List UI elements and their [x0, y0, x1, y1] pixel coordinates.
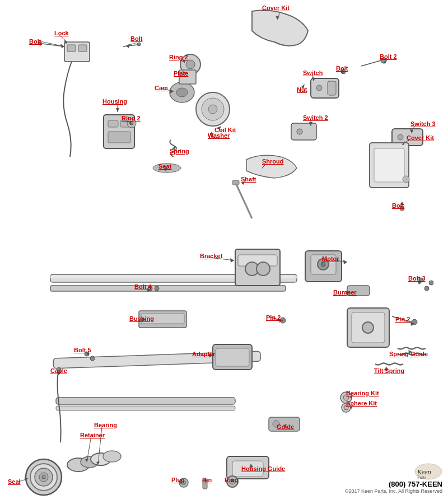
logo-icon: Keen Parts	[414, 463, 442, 480]
label-bolt-right-upper[interactable]: Bolt	[336, 65, 348, 72]
label-ring-2b[interactable]: Ring 2	[122, 115, 141, 122]
svg-point-35	[403, 176, 409, 183]
svg-rect-3	[78, 45, 87, 52]
label-pin[interactable]: Pin	[202, 477, 212, 483]
svg-rect-25	[328, 81, 336, 95]
label-bolt-lower-right[interactable]: Bolt	[392, 202, 404, 209]
svg-rect-66	[56, 398, 235, 404]
svg-rect-67	[56, 406, 235, 410]
svg-point-81	[103, 451, 121, 462]
label-bearing-kit[interactable]: Bearing Kit	[346, 390, 379, 396]
label-bushing[interactable]: Bushing	[129, 315, 154, 322]
label-shroud[interactable]: Shroud	[262, 158, 284, 165]
label-tilt-spring[interactable]: Tilt Spring	[374, 367, 404, 374]
label-bolt-top-center[interactable]: Bolt	[130, 35, 142, 42]
label-bumper[interactable]: Bumper	[333, 289, 357, 296]
label-motor[interactable]: Motor	[322, 255, 339, 262]
diagram-svg	[0, 0, 448, 504]
svg-text:Parts: Parts	[417, 475, 426, 480]
label-spring[interactable]: Spring	[170, 148, 189, 155]
label-ring-bottom[interactable]: Ring	[225, 477, 238, 483]
label-cover-kit-right[interactable]: Cover Kit	[407, 134, 434, 141]
label-retainer[interactable]: Retainer	[80, 432, 105, 438]
logo-phone: (800) 757-KEEN	[345, 480, 442, 488]
label-bolt-top-left[interactable]: Bolt	[29, 38, 41, 45]
label-bolt-5[interactable]: Bolt 5	[74, 347, 91, 353]
svg-rect-71	[216, 348, 249, 366]
svg-point-15	[208, 105, 217, 114]
label-housing-guide[interactable]: Housing Guide	[241, 465, 285, 472]
svg-rect-20	[108, 132, 130, 143]
label-switch-2[interactable]: Switch 2	[303, 114, 328, 121]
label-housing[interactable]: Housing	[102, 98, 127, 105]
label-shaft[interactable]: Shaft	[241, 176, 256, 183]
label-washer[interactable]: Washer	[208, 132, 230, 139]
label-bolt-2-right[interactable]: Bolt 2	[380, 53, 397, 60]
label-cam[interactable]: Cam	[155, 85, 168, 91]
label-cover-kit-top[interactable]: Cover Kit	[262, 4, 290, 11]
label-guide[interactable]: Guide	[277, 423, 294, 430]
label-plug[interactable]: Plug	[171, 477, 185, 483]
label-seat[interactable]: Seat	[158, 163, 171, 170]
logo-keen: Keen Parts	[345, 463, 442, 480]
label-pin-2-right[interactable]: Pin 2	[395, 316, 410, 323]
label-lock[interactable]: Lock	[54, 30, 69, 36]
label-bracket[interactable]: Bracket	[200, 253, 222, 259]
svg-rect-18	[108, 120, 118, 127]
svg-rect-34	[374, 148, 404, 182]
label-seal[interactable]: Seal	[8, 478, 21, 485]
svg-point-61	[429, 281, 433, 285]
svg-point-32	[398, 134, 403, 140]
svg-point-69	[90, 356, 95, 361]
svg-point-60	[424, 286, 429, 291]
svg-point-24	[316, 85, 322, 91]
svg-point-77	[42, 475, 45, 479]
svg-rect-38	[232, 180, 239, 185]
svg-point-51	[155, 286, 159, 291]
svg-rect-2	[67, 45, 76, 52]
svg-rect-29	[291, 123, 316, 140]
svg-point-11	[176, 88, 188, 97]
svg-point-64	[362, 322, 374, 333]
svg-point-49	[321, 262, 325, 267]
label-bearing[interactable]: Bearing	[94, 422, 117, 428]
label-sphere-kit[interactable]: Sphere Kit	[346, 400, 377, 407]
logo-copyright: ©2017 Keen Parts, Inc. All Rights Reserv…	[345, 488, 442, 494]
label-plate[interactable]: Plate	[174, 70, 188, 77]
label-nut[interactable]: Nut	[297, 86, 307, 93]
svg-point-45	[256, 262, 270, 276]
label-bolt-3[interactable]: Bolt 3	[408, 275, 426, 282]
label-bolt-4[interactable]: Bolt 4	[134, 283, 152, 290]
svg-point-30	[297, 129, 302, 134]
svg-point-9	[186, 60, 195, 69]
label-ring-2[interactable]: Ring 2	[169, 54, 188, 60]
svg-point-7	[137, 43, 141, 46]
logo-area: Keen Parts (800) 757-KEEN ©2017 Keen Par…	[345, 463, 442, 494]
label-adapter[interactable]: Adapter	[192, 351, 216, 357]
label-switch-3[interactable]: Switch 3	[410, 120, 436, 127]
svg-rect-41	[50, 286, 286, 291]
label-cable[interactable]: Cable	[50, 367, 67, 374]
label-spring-guide[interactable]: Spring Guide	[389, 351, 428, 357]
label-switch-top[interactable]: Switch	[303, 69, 323, 76]
label-pin-2-left[interactable]: Pin 2	[266, 314, 281, 321]
diagram-container: Bolt Lock Bolt Cover Kit Bolt 2 Bolt Swi…	[0, 0, 448, 504]
